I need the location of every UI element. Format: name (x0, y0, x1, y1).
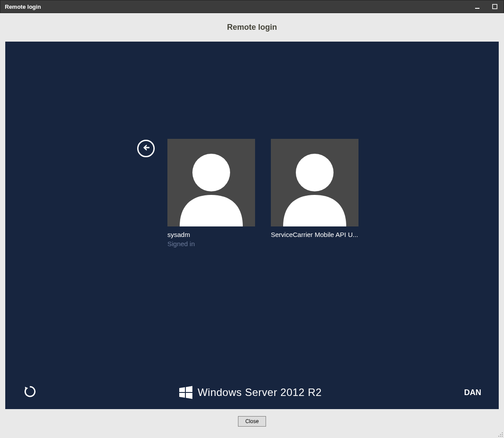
maximize-button[interactable] (486, 0, 504, 13)
svg-point-10 (502, 432, 503, 433)
svg-point-15 (502, 436, 503, 437)
language-button[interactable]: DAN (464, 388, 481, 397)
svg-point-4 (296, 154, 334, 191)
svg-marker-8 (179, 393, 185, 398)
ease-of-access-button[interactable] (23, 385, 37, 399)
svg-marker-9 (186, 393, 192, 399)
user-list: sysadm Signed in ServiceCarrier Mobile A… (167, 139, 358, 247)
svg-rect-0 (475, 8, 479, 9)
svg-point-12 (502, 434, 503, 435)
minimize-button[interactable] (469, 0, 486, 13)
bottom-bar: Windows Server 2012 R2 DAN (5, 385, 499, 399)
windows-logo-icon (179, 386, 192, 399)
svg-point-3 (192, 154, 230, 191)
svg-point-14 (500, 436, 501, 437)
titlebar: Remote login (0, 0, 504, 13)
svg-point-13 (498, 436, 499, 437)
svg-point-11 (500, 434, 501, 435)
back-button[interactable] (137, 140, 155, 157)
arrow-left-icon (142, 143, 150, 154)
page-title: Remote login (0, 13, 504, 42)
dialog-buttons: Close (0, 409, 504, 434)
svg-rect-1 (493, 4, 497, 9)
svg-marker-5 (25, 387, 28, 390)
close-button[interactable]: Close (238, 416, 266, 427)
avatar (271, 139, 358, 226)
user-tile-0[interactable]: sysadm Signed in (167, 139, 255, 247)
resize-grip-icon[interactable] (497, 431, 503, 437)
ease-of-access-icon (24, 386, 35, 399)
user-name: sysadm (167, 231, 255, 238)
login-panel: sysadm Signed in ServiceCarrier Mobile A… (5, 42, 499, 409)
user-status: Signed in (167, 240, 255, 247)
avatar (167, 139, 255, 226)
window-title: Remote login (5, 4, 41, 10)
svg-marker-6 (179, 387, 185, 392)
user-tile-1[interactable]: ServiceCarrier Mobile API U... (271, 139, 358, 247)
os-branding: Windows Server 2012 R2 (179, 386, 322, 399)
os-brand-text: Windows Server 2012 R2 (198, 386, 322, 399)
user-name: ServiceCarrier Mobile API U... (271, 231, 358, 238)
svg-marker-7 (186, 386, 192, 392)
